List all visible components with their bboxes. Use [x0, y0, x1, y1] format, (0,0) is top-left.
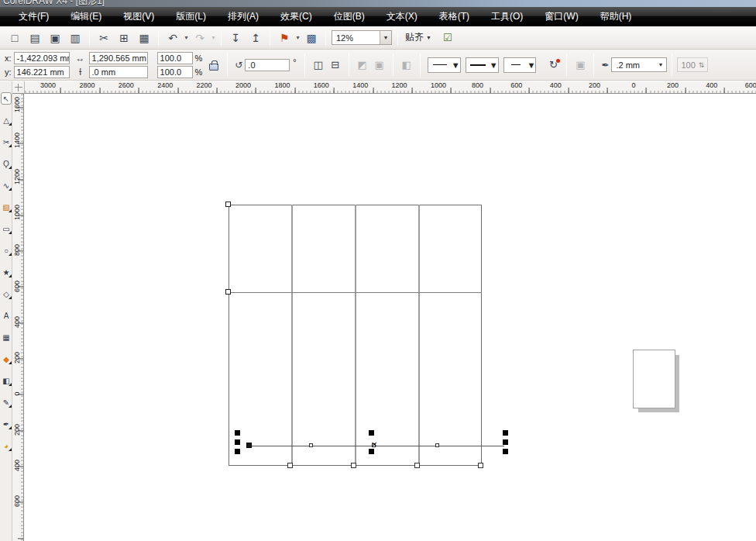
grid-column-line[interactable] — [355, 205, 356, 466]
menu-item-5[interactable]: 效果(C) — [270, 7, 323, 26]
lock-ratio-button[interactable] — [205, 57, 222, 74]
corel-online-icon[interactable]: ▩ — [302, 29, 321, 47]
smart-fill-tool-icon[interactable]: ▧ — [1, 201, 12, 213]
table-tool-icon[interactable]: ▦ — [1, 331, 12, 343]
export-icon[interactable]: ↥ — [246, 29, 265, 47]
shape-tool-icon[interactable]: △ — [1, 114, 12, 126]
mirror-vertical-icon[interactable]: ⊟ — [327, 57, 344, 74]
new-icon[interactable]: □ — [5, 29, 24, 47]
chevron-down-icon[interactable]: ▾ — [183, 34, 190, 41]
object-width-field[interactable]: 1,290.565 mm — [89, 52, 148, 64]
spinner-arrows-icon: ⇅ — [699, 61, 705, 69]
menu-item-9[interactable]: 工具(O) — [480, 7, 534, 26]
import-icon[interactable]: ↧ — [226, 29, 245, 47]
basic-shapes-tool-icon[interactable]: ◇ — [1, 288, 12, 300]
snap-to-button[interactable]: 贴齐 ▼ — [402, 29, 439, 46]
zoom-tool-icon[interactable]: Ϙ — [1, 157, 12, 170]
eyedropper-tool-icon[interactable]: ✎ — [1, 396, 12, 408]
edit-nodes-icon: ◩ — [354, 57, 371, 74]
selection-handle[interactable] — [369, 430, 374, 436]
selection-handle[interactable] — [235, 449, 240, 454]
chevron-down-icon[interactable]: ▼ — [490, 60, 498, 70]
chevron-down-icon[interactable]: ▼ — [380, 31, 391, 44]
freehand-tool-icon[interactable]: ∿ — [1, 179, 12, 191]
outline-width-combo[interactable]: .2 mm ▼ — [611, 57, 667, 72]
selection-handle[interactable] — [235, 430, 240, 436]
scale-v-field[interactable]: 100.0 — [157, 66, 193, 78]
rectangle-tool-icon[interactable]: ▭ — [1, 222, 12, 235]
ruler-origin-button[interactable] — [12, 81, 25, 94]
horizontal-ruler[interactable]: 3000280026002400220020001800160014001200… — [12, 81, 756, 94]
chevron-down-icon[interactable]: ▼ — [527, 60, 536, 70]
rotation-angle-field[interactable]: .0 — [245, 59, 290, 71]
menu-item-1[interactable]: 编辑(E) — [60, 7, 112, 26]
percent-label: % — [195, 53, 203, 63]
polygon-tool-icon[interactable]: ★ — [1, 266, 12, 278]
menu-item-4[interactable]: 排列(A) — [217, 7, 270, 26]
menu-item-3[interactable]: 版面(L) — [165, 7, 217, 26]
node-handle[interactable] — [287, 463, 293, 468]
start-arrowhead-combo[interactable]: ▼ — [428, 57, 461, 73]
node-handle[interactable] — [414, 463, 420, 468]
chevron-down-icon[interactable]: ▾ — [294, 34, 301, 41]
outline-style-combo[interactable]: ▼ — [466, 57, 499, 73]
opacity-spinner: 100 ⇅ — [677, 57, 708, 72]
node-handle[interactable] — [225, 289, 231, 295]
chevron-down-icon[interactable]: ▼ — [426, 35, 431, 40]
end-arrowhead-combo[interactable]: ▼ — [503, 57, 537, 73]
node-handle[interactable] — [309, 443, 313, 447]
crop-tool-icon[interactable]: ✂ — [1, 136, 12, 148]
mirror-horizontal-icon[interactable]: ◫ — [310, 57, 327, 74]
node-handle[interactable] — [478, 463, 483, 468]
fill-bucket-tool-icon[interactable]: ◆ — [1, 353, 12, 365]
menu-item-8[interactable]: 表格(T) — [428, 7, 480, 26]
grid-column-line[interactable] — [291, 205, 293, 466]
open-icon[interactable]: ▤ — [26, 29, 44, 47]
paste-icon[interactable]: ▦ — [135, 29, 153, 47]
ellipse-tool-icon[interactable]: ○ — [1, 244, 12, 257]
node-handle[interactable] — [246, 443, 252, 448]
ruler-label: 400 — [13, 317, 21, 328]
menu-item-10[interactable]: 窗口(W) — [534, 7, 589, 26]
node-handle[interactable] — [351, 463, 356, 468]
cut-icon[interactable]: ✂ — [94, 29, 113, 47]
node-handle[interactable] — [225, 202, 231, 207]
chevron-down-icon[interactable]: ▼ — [452, 60, 460, 70]
x-coordinate-field[interactable]: -1,422.093 mm — [14, 52, 70, 64]
outline-pen-tool-icon[interactable]: ✒ — [1, 418, 12, 430]
menu-item-2[interactable]: 视图(V) — [112, 7, 165, 26]
y-coordinate-field[interactable]: 146.221 mm — [14, 66, 70, 78]
options-icon[interactable]: ☑ — [439, 32, 456, 43]
vertical-ruler[interactable]: 16001400120010008006004002000200400600 — [12, 94, 24, 541]
propbar-separator — [227, 53, 228, 77]
selection-handle[interactable] — [235, 439, 240, 445]
menu-item-6[interactable]: 位图(B) — [323, 7, 376, 26]
blend-tool-icon[interactable]: ◧ — [1, 374, 12, 387]
selection-handle[interactable] — [503, 449, 508, 454]
undo-icon[interactable]: ↶ — [163, 29, 182, 47]
fill-tool-icon[interactable]: ◕ — [1, 439, 12, 452]
selection-handle[interactable] — [503, 430, 508, 436]
auto-close-curve-icon[interactable]: ↻ — [545, 57, 562, 74]
ruler-label: 600 — [13, 496, 21, 507]
menu-item-7[interactable]: 文本(X) — [376, 7, 428, 26]
menu-item-0[interactable]: 文件(F) — [8, 7, 60, 26]
save-icon[interactable]: ▣ — [46, 29, 64, 47]
selection-handle[interactable] — [369, 449, 374, 454]
zoom-level-combo[interactable]: 12% ▼ — [332, 30, 392, 45]
propbar-separator — [304, 53, 305, 77]
object-height-field[interactable]: .0 mm — [89, 66, 148, 78]
selection-center-mark[interactable]: ✕ — [371, 442, 377, 448]
scale-h-field[interactable]: 100.0 — [157, 52, 193, 64]
grid-row-line[interactable] — [229, 292, 482, 293]
grid-column-line[interactable] — [418, 205, 420, 466]
chevron-down-icon[interactable]: ▼ — [655, 58, 666, 71]
print-icon[interactable]: ▥ — [66, 29, 84, 47]
pick-tool-icon[interactable]: ↖ — [1, 92, 12, 105]
selection-handle[interactable] — [503, 439, 508, 445]
text-tool-icon[interactable]: A — [1, 309, 12, 322]
copy-icon[interactable]: ⊞ — [115, 29, 133, 47]
menu-item-11[interactable]: 帮助(H) — [589, 7, 643, 26]
app-launcher-icon[interactable]: ⚑ — [275, 29, 294, 47]
node-handle[interactable] — [435, 443, 439, 447]
